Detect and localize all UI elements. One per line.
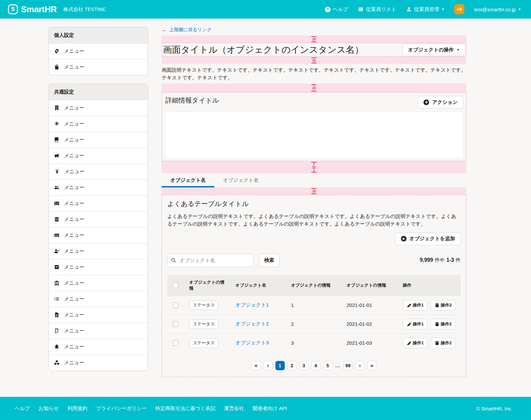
sidebar-item-label: メニュー xyxy=(64,137,84,143)
sidebar-item-menu[interactable]: メニュー xyxy=(49,59,148,75)
sidebar-item-menu[interactable]: メニュー xyxy=(49,100,148,116)
object-link[interactable]: オブジェクト1 xyxy=(235,302,268,308)
first-page-button[interactable]: « xyxy=(252,361,261,370)
page-button-2[interactable]: 2 xyxy=(287,361,297,370)
row-checkbox[interactable] xyxy=(173,321,179,327)
tab-object-1[interactable]: オブジェクト名 xyxy=(162,173,214,187)
object-link[interactable]: オブジェクト2 xyxy=(235,321,268,326)
footer-link-terms[interactable]: 利用規約 xyxy=(67,405,87,412)
footer-link-commerce-law[interactable]: 特定商取引法に基づく表記 xyxy=(155,405,215,412)
edit-button[interactable]: 操作1 xyxy=(403,300,427,311)
column-header: オブジェクトの情報 xyxy=(286,275,341,296)
next-page-button[interactable]: › xyxy=(355,361,365,370)
spacing-value: 16 xyxy=(311,59,316,62)
footer-link-privacy[interactable]: プライバシーポリシー xyxy=(96,405,147,412)
employee-admin-dropdown[interactable]: 従業員管理 ▼ xyxy=(406,6,444,13)
smarthr-logo[interactable]: S SmartHR xyxy=(8,4,57,15)
sidebar-item-label: メニュー xyxy=(64,328,84,334)
prev-page-button[interactable]: ‹ xyxy=(264,361,273,370)
row-checkbox[interactable] xyxy=(173,302,179,308)
users-icon xyxy=(54,185,60,190)
spacing-value: 16 xyxy=(311,189,316,193)
sidebar-item-label: メニュー xyxy=(64,296,84,302)
object-link[interactable]: オブジェクト3 xyxy=(235,340,268,345)
select-all-checkbox[interactable] xyxy=(173,282,179,288)
page-description: 画面説明テキストです。テキストです。テキストです。テキストです。テキストです。テ… xyxy=(162,66,466,81)
brand-name: SmartHR xyxy=(21,4,57,15)
sidebar-item-label: メニュー xyxy=(64,48,84,54)
sidebar-item-menu[interactable]: メニュー xyxy=(49,307,148,323)
plus-circle-icon xyxy=(401,236,407,242)
sidebar-item-label: メニュー xyxy=(64,360,84,366)
account-dropdown[interactable]: test@smarthr.co.jp ▼ xyxy=(474,7,521,12)
sidebar-item-menu[interactable]: メニュー xyxy=(49,291,148,307)
sidebar-item-menu[interactable]: メニュー xyxy=(49,116,148,132)
delete-button[interactable]: 操作2 xyxy=(431,300,455,311)
edit-button[interactable]: 操作1 xyxy=(403,338,427,348)
sidebar-group-title: 共通設定 xyxy=(49,84,148,100)
search-icon xyxy=(171,258,176,263)
footer-link-developer-api[interactable]: 開発者向け API xyxy=(253,405,287,412)
app-footer: ヘルプ お知らせ 利用規約 プライバシーポリシー 特定商取引法に基づく表記 運営… xyxy=(0,397,531,420)
sidebar-item-label: メニュー xyxy=(64,312,84,318)
sidebar-item-menu[interactable]: メニュー xyxy=(49,132,148,148)
page-button-5[interactable]: 5 xyxy=(323,361,333,370)
object-actions-dropdown-button[interactable]: オブジェクトの操作 ▼ xyxy=(403,43,465,56)
page-button-4[interactable]: 4 xyxy=(311,361,321,370)
asterisk-icon xyxy=(54,121,60,127)
spacing-band-32: 32 xyxy=(162,161,466,173)
page-button-1[interactable]: 1 xyxy=(275,361,285,370)
search-input[interactable] xyxy=(167,254,254,267)
cubes-icon xyxy=(54,360,60,366)
footer-link-company[interactable]: 運営会社 xyxy=(224,405,244,412)
footer-link-news[interactable]: お知らせ xyxy=(38,405,59,412)
page-button-3[interactable]: 3 xyxy=(299,361,309,370)
employee-list-link[interactable]: 従業員リスト xyxy=(358,6,396,13)
column-header: オブジェクト名 xyxy=(230,275,286,296)
sidebar-item-menu[interactable]: メニュー xyxy=(49,259,148,275)
last-page-button[interactable]: » xyxy=(367,361,377,370)
book-icon xyxy=(54,137,60,143)
sidebar-item-menu[interactable]: メニュー xyxy=(49,43,148,59)
back-to-parent-link[interactable]: ← 上階層に戻るリンク xyxy=(162,27,212,33)
edit-button[interactable]: 操作1 xyxy=(403,319,427,329)
delete-button[interactable]: 操作2 xyxy=(431,319,455,329)
notification-count-badge[interactable]: +9 xyxy=(454,4,464,14)
help-link[interactable]: ? ヘルプ xyxy=(325,6,348,13)
sidebar-item-menu[interactable]: メニュー xyxy=(49,243,148,259)
sidebar-item-menu[interactable]: メニュー xyxy=(49,211,148,227)
sidebar-item-menu[interactable]: メニュー xyxy=(49,355,148,371)
sidebar-item-label: メニュー xyxy=(64,344,84,350)
table-row: ステータス オブジェクト2 2 2021-01-02 操作1 xyxy=(167,315,461,333)
action-button[interactable]: アクション xyxy=(418,96,463,108)
caret-down-icon: ▼ xyxy=(518,8,521,11)
row-actions: 操作1 操作2 xyxy=(403,300,455,311)
sidebar-item-menu[interactable]: メニュー xyxy=(49,227,148,243)
sidebar-item-menu[interactable]: メニュー xyxy=(49,323,148,339)
arrow-left-icon: ← xyxy=(162,27,167,33)
sidebar-item-label: メニュー xyxy=(64,184,84,191)
sidebar-item-label: メニュー xyxy=(64,280,84,286)
tab-object-2[interactable]: オブジェクト名 xyxy=(214,173,267,187)
sidebar-item-menu[interactable]: メニュー xyxy=(49,275,148,291)
sidebar-item-menu[interactable]: メニュー xyxy=(49,148,148,164)
page-layout: 個人設定 メニュー メニュー 共通設定 メニュー メニュー メニュー xyxy=(0,19,531,397)
footer-link-help[interactable]: ヘルプ xyxy=(15,405,30,412)
sidebar-group-common: 共通設定 メニュー メニュー メニュー メニュー ¥ メニュー xyxy=(48,84,148,371)
object-info-date: 2021-01-01 xyxy=(341,296,397,315)
delete-button[interactable]: 操作2 xyxy=(431,338,455,348)
sidebar-item-menu[interactable]: メニュー xyxy=(49,339,148,355)
column-header: 操作 xyxy=(398,275,461,296)
page-button-99[interactable]: 99 xyxy=(343,361,353,370)
search-button[interactable]: 検索 xyxy=(259,254,279,267)
sidebar-item-menu[interactable]: メニュー xyxy=(49,195,148,211)
add-object-button[interactable]: オブジェクトを追加 xyxy=(395,233,461,245)
add-object-row: オブジェクトを追加 xyxy=(167,233,461,245)
row-checkbox[interactable] xyxy=(173,340,179,346)
pencil-icon xyxy=(407,303,411,307)
trash-icon xyxy=(434,341,439,345)
sidebar-item-menu[interactable]: メニュー xyxy=(49,179,148,195)
sidebar-item-menu[interactable]: ¥ メニュー xyxy=(49,164,148,179)
spacing-band-16: 16 xyxy=(162,35,466,43)
sidebar-item-label: メニュー xyxy=(64,216,84,223)
